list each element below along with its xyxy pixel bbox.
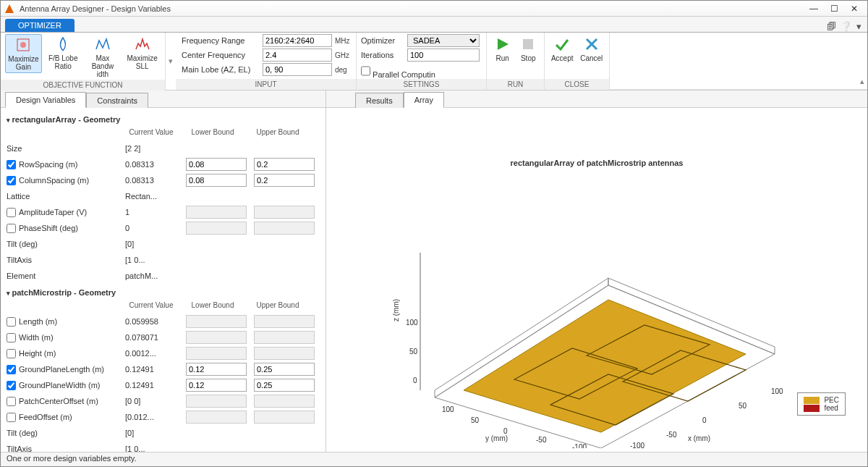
center-freq-input[interactable] <box>263 49 332 62</box>
legend-swatch-feed <box>804 405 820 412</box>
accept-icon <box>553 35 571 53</box>
parallel-checkbox[interactable] <box>361 64 370 77</box>
array-3d-plot[interactable]: z (mm) 100 50 0 y (mm) 100 50 0 -50 -100… <box>370 137 804 448</box>
variable-checkbox[interactable] <box>7 365 16 374</box>
lower-bound-input[interactable] <box>186 347 247 360</box>
variable-name: Width (m) <box>19 333 54 342</box>
fb-lobe-ratio-button[interactable]: F/B LobeRatio <box>45 34 82 72</box>
mainlobe-label: Main Lobe (AZ, EL) <box>180 65 260 74</box>
lower-bound-input[interactable] <box>186 222 247 235</box>
variable-checkbox[interactable] <box>7 176 16 185</box>
section-patch-microstrip[interactable]: patchMicrostrip - Geometry <box>7 284 320 300</box>
svg-text:50: 50 <box>471 416 480 424</box>
upper-bound-input[interactable] <box>254 315 315 328</box>
sll-icon <box>134 35 151 53</box>
minimize-button[interactable]: — <box>804 1 824 16</box>
bandwidth-icon <box>94 35 111 53</box>
upper-bound-input[interactable] <box>254 331 315 344</box>
variable-checkbox[interactable] <box>7 397 16 406</box>
group-label-settings: SETTINGS <box>357 79 486 90</box>
mainlobe-input[interactable] <box>263 63 332 76</box>
maximize-gain-button[interactable]: MaximizeGain <box>5 34 42 73</box>
parallel-label: Parallel Computin <box>373 70 435 79</box>
cancel-button[interactable]: Cancel <box>579 34 605 64</box>
variable-name: Length (m) <box>19 317 57 326</box>
variable-current-value: 0.059958 <box>125 317 183 326</box>
mainlobe-unit: deg <box>335 66 355 74</box>
variable-current-value: [0] <box>125 240 183 248</box>
max-bandwidth-button[interactable]: Max Bandwidth <box>85 34 122 80</box>
variable-current-value: [0 0] <box>125 397 183 405</box>
variable-name: Element <box>7 272 35 280</box>
svg-text:100: 100 <box>406 319 418 327</box>
optimizer-select[interactable]: SADEA <box>407 34 480 47</box>
variable-checkbox[interactable] <box>7 208 16 217</box>
freq-range-input[interactable] <box>263 34 332 47</box>
array-plot[interactable]: rectangularArray of patchMicrostrip ante… <box>326 108 867 452</box>
maximize-button[interactable]: ☐ <box>824 1 844 16</box>
upper-bound-input[interactable] <box>254 206 315 219</box>
upper-bound-input[interactable] <box>254 174 315 187</box>
lower-bound-input[interactable] <box>186 363 247 376</box>
variable-checkbox[interactable] <box>7 381 16 390</box>
variable-checkbox[interactable] <box>7 224 16 233</box>
stop-button[interactable]: Stop <box>517 34 540 64</box>
stop-icon <box>519 35 537 53</box>
run-button[interactable]: Run <box>491 34 514 64</box>
tab-constraints[interactable]: Constraints <box>86 93 148 108</box>
collapse-ribbon-icon[interactable]: ▾ <box>856 21 861 32</box>
svg-marker-0 <box>5 4 14 13</box>
variable-checkbox[interactable] <box>7 317 16 327</box>
upper-bound-input[interactable] <box>254 222 315 235</box>
variable-checkbox[interactable] <box>7 333 16 342</box>
accept-button[interactable]: Accept <box>549 34 576 64</box>
lower-bound-input[interactable] <box>186 206 247 219</box>
ribbon-overflow-icon[interactable]: ▴ <box>860 77 864 86</box>
variable-name: PhaseShift (deg) <box>19 224 78 232</box>
group-label-objective: OBJECTIVE FUNCTION <box>1 80 165 91</box>
upper-bound-input[interactable] <box>254 379 315 392</box>
lower-bound-input[interactable] <box>186 379 247 392</box>
upper-bound-input[interactable] <box>254 158 315 171</box>
tab-optimizer[interactable]: OPTIMIZER <box>5 19 75 32</box>
col-lower: Lower Bound <box>180 128 245 136</box>
maximize-sll-button[interactable]: MaximizeSLL <box>124 34 161 72</box>
variable-checkbox[interactable] <box>7 349 16 358</box>
tab-design-variables[interactable]: Design Variables <box>5 92 86 108</box>
variable-name: RowSpacing (m) <box>19 160 77 169</box>
variable-row: FeedOffset (m)[0.012... <box>7 409 320 425</box>
center-freq-unit: GHz <box>335 51 355 59</box>
close-window-button[interactable]: ✕ <box>844 1 864 16</box>
variable-name: AmplitudeTaper (V) <box>19 208 87 216</box>
upper-bound-input[interactable] <box>254 395 315 408</box>
ribbon-dropdown-sep[interactable]: ▾ <box>166 33 176 90</box>
variable-row: GroundPlaneLength (m)0.12491 <box>7 361 320 377</box>
tab-results[interactable]: Results <box>355 93 404 108</box>
variable-row: Height (m)0.0012... <box>7 345 320 361</box>
variable-checkbox[interactable] <box>7 413 16 422</box>
help-doc-icon[interactable]: 🗐 <box>827 21 836 32</box>
lower-bound-input[interactable] <box>186 331 247 344</box>
variable-name: PatchCenterOffset (m) <box>19 397 98 405</box>
upper-bound-input[interactable] <box>254 347 315 360</box>
plot-legend: PEC feed <box>797 392 846 416</box>
lower-bound-input[interactable] <box>186 174 247 187</box>
lower-bound-input[interactable] <box>186 315 247 328</box>
variable-row: Tilt (deg)[0] <box>7 236 320 252</box>
upper-bound-input[interactable] <box>254 363 315 376</box>
variable-current-value: [0.012... <box>125 413 183 421</box>
variable-row: PhaseShift (deg)0 <box>7 220 320 236</box>
lower-bound-input[interactable] <box>186 395 247 408</box>
upper-bound-input[interactable] <box>254 411 315 424</box>
svg-rect-4 <box>523 39 533 49</box>
iterations-input[interactable] <box>407 49 480 62</box>
lower-bound-input[interactable] <box>186 411 247 424</box>
variable-current-value: 0.0012... <box>125 349 183 358</box>
variable-current-value: 0.12491 <box>125 381 183 390</box>
help-icon[interactable]: ❔ <box>841 21 852 32</box>
section-rectangular-array[interactable]: rectangularArray - Geometry <box>7 111 320 127</box>
tab-array[interactable]: Array <box>404 92 444 108</box>
lower-bound-input[interactable] <box>186 158 247 171</box>
variable-current-value: [0] <box>125 429 183 437</box>
variable-checkbox[interactable] <box>7 160 16 169</box>
